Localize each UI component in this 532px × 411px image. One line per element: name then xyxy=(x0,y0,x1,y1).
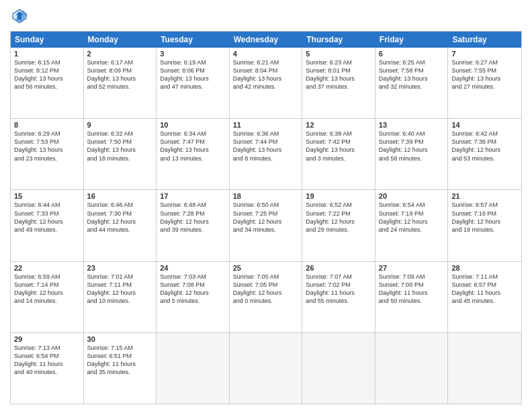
day-number: 3 xyxy=(160,50,226,58)
cell-text: Sunrise: 6:15 AMSunset: 8:12 PMDaylight:… xyxy=(14,58,80,91)
cell-text: Sunrise: 6:21 AMSunset: 8:04 PMDaylight:… xyxy=(233,58,299,91)
cell-text: Sunrise: 6:17 AMSunset: 8:09 PMDaylight:… xyxy=(87,58,153,91)
day-number: 15 xyxy=(14,192,80,200)
cell-text: Sunrise: 6:50 AMSunset: 7:25 PMDaylight:… xyxy=(233,201,299,234)
day-number: 27 xyxy=(379,264,445,272)
day-number: 2 xyxy=(87,50,153,58)
table-row: 30Sunrise: 7:15 AMSunset: 6:51 PMDayligh… xyxy=(84,333,157,404)
table-row: 1Sunrise: 6:15 AMSunset: 8:12 PMDaylight… xyxy=(11,48,84,118)
logo-icon xyxy=(10,7,29,26)
cell-text: Sunrise: 6:34 AMSunset: 7:47 PMDaylight:… xyxy=(160,130,226,163)
day-number: 11 xyxy=(233,121,299,129)
cell-text: Sunrise: 7:03 AMSunset: 7:08 PMDaylight:… xyxy=(160,273,226,306)
day-number: 12 xyxy=(306,121,371,129)
table-row: 4Sunrise: 6:21 AMSunset: 8:04 PMDaylight… xyxy=(230,48,303,118)
cell-text: Sunrise: 6:59 AMSunset: 7:14 PMDaylight:… xyxy=(14,273,80,306)
cell-text: Sunrise: 6:48 AMSunset: 7:28 PMDaylight:… xyxy=(160,201,226,234)
day-number: 21 xyxy=(451,192,518,200)
cell-text: Sunrise: 7:09 AMSunset: 7:00 PMDaylight:… xyxy=(379,273,445,306)
table-row: 10Sunrise: 6:34 AMSunset: 7:47 PMDayligh… xyxy=(157,119,230,189)
table-row: 14Sunrise: 6:42 AMSunset: 7:36 PMDayligh… xyxy=(448,119,521,189)
cell-text: Sunrise: 6:23 AMSunset: 8:01 PMDaylight:… xyxy=(306,58,371,91)
cal-header-friday: Friday xyxy=(375,32,449,48)
cal-header-sunday: Sunday xyxy=(11,32,84,48)
cell-text: Sunrise: 6:54 AMSunset: 7:19 PMDaylight:… xyxy=(379,201,445,234)
cal-week-3: 22Sunrise: 6:59 AMSunset: 7:14 PMDayligh… xyxy=(11,261,521,332)
table-row xyxy=(375,333,449,404)
table-row: 25Sunrise: 7:05 AMSunset: 7:05 PMDayligh… xyxy=(230,262,303,332)
day-number: 1 xyxy=(14,50,80,58)
day-number: 14 xyxy=(451,121,518,129)
cell-text: Sunrise: 7:07 AMSunset: 7:02 PMDaylight:… xyxy=(306,273,371,306)
cal-week-4: 29Sunrise: 7:13 AMSunset: 6:54 PMDayligh… xyxy=(11,332,521,404)
cell-text: Sunrise: 6:57 AMSunset: 7:16 PMDaylight:… xyxy=(451,201,518,234)
day-number: 30 xyxy=(87,335,153,343)
day-number: 10 xyxy=(160,121,226,129)
cal-week-0: 1Sunrise: 6:15 AMSunset: 8:12 PMDaylight… xyxy=(11,48,521,118)
day-number: 7 xyxy=(451,50,518,58)
cell-text: Sunrise: 7:15 AMSunset: 6:51 PMDaylight:… xyxy=(87,344,153,377)
table-row: 29Sunrise: 7:13 AMSunset: 6:54 PMDayligh… xyxy=(11,333,84,404)
day-number: 28 xyxy=(451,264,518,272)
cell-text: Sunrise: 6:52 AMSunset: 7:22 PMDaylight:… xyxy=(306,201,371,234)
cell-text: Sunrise: 6:46 AMSunset: 7:30 PMDaylight:… xyxy=(87,201,153,234)
cell-text: Sunrise: 7:13 AMSunset: 6:54 PMDaylight:… xyxy=(14,344,80,377)
table-row xyxy=(448,333,521,404)
day-number: 26 xyxy=(306,264,371,272)
table-row: 3Sunrise: 6:19 AMSunset: 8:06 PMDaylight… xyxy=(157,48,230,118)
header xyxy=(10,7,522,26)
day-number: 8 xyxy=(14,121,80,129)
cell-text: Sunrise: 6:36 AMSunset: 7:44 PMDaylight:… xyxy=(233,130,299,163)
table-row: 19Sunrise: 6:52 AMSunset: 7:22 PMDayligh… xyxy=(302,190,375,261)
day-number: 20 xyxy=(379,192,445,200)
day-number: 17 xyxy=(160,192,226,200)
cell-text: Sunrise: 6:38 AMSunset: 7:42 PMDaylight:… xyxy=(306,130,371,163)
table-row: 12Sunrise: 6:38 AMSunset: 7:42 PMDayligh… xyxy=(302,119,375,189)
cell-text: Sunrise: 6:25 AMSunset: 7:58 PMDaylight:… xyxy=(379,58,445,91)
logo xyxy=(10,7,32,26)
day-number: 19 xyxy=(306,192,371,200)
cell-text: Sunrise: 7:05 AMSunset: 7:05 PMDaylight:… xyxy=(233,273,299,306)
day-number: 4 xyxy=(233,50,299,58)
table-row: 27Sunrise: 7:09 AMSunset: 7:00 PMDayligh… xyxy=(375,262,449,332)
table-row: 22Sunrise: 6:59 AMSunset: 7:14 PMDayligh… xyxy=(11,262,84,332)
day-number: 13 xyxy=(379,121,445,129)
day-number: 18 xyxy=(233,192,299,200)
day-number: 22 xyxy=(14,264,80,272)
page: SundayMondayTuesdayWednesdayThursdayFrid… xyxy=(0,0,532,411)
cal-header-thursday: Thursday xyxy=(302,32,375,48)
table-row xyxy=(230,333,303,404)
cal-header-monday: Monday xyxy=(84,32,157,48)
cell-text: Sunrise: 6:40 AMSunset: 7:39 PMDaylight:… xyxy=(379,130,445,163)
table-row: 20Sunrise: 6:54 AMSunset: 7:19 PMDayligh… xyxy=(375,190,449,261)
table-row: 26Sunrise: 7:07 AMSunset: 7:02 PMDayligh… xyxy=(302,262,375,332)
calendar: SundayMondayTuesdayWednesdayThursdayFrid… xyxy=(10,31,522,404)
cal-week-2: 15Sunrise: 6:44 AMSunset: 7:33 PMDayligh… xyxy=(11,189,521,261)
cal-header-tuesday: Tuesday xyxy=(157,32,230,48)
table-row: 28Sunrise: 7:11 AMSunset: 6:57 PMDayligh… xyxy=(448,262,521,332)
cell-text: Sunrise: 7:11 AMSunset: 6:57 PMDaylight:… xyxy=(451,273,518,306)
table-row: 13Sunrise: 6:40 AMSunset: 7:39 PMDayligh… xyxy=(375,119,449,189)
cal-header-wednesday: Wednesday xyxy=(230,32,303,48)
day-number: 24 xyxy=(160,264,226,272)
calendar-header-row: SundayMondayTuesdayWednesdayThursdayFrid… xyxy=(11,32,521,48)
table-row xyxy=(302,333,375,404)
table-row: 24Sunrise: 7:03 AMSunset: 7:08 PMDayligh… xyxy=(157,262,230,332)
table-row: 8Sunrise: 6:29 AMSunset: 7:53 PMDaylight… xyxy=(11,119,84,189)
table-row: 7Sunrise: 6:27 AMSunset: 7:55 PMDaylight… xyxy=(448,48,521,118)
calendar-body: 1Sunrise: 6:15 AMSunset: 8:12 PMDaylight… xyxy=(11,48,521,404)
cell-text: Sunrise: 6:32 AMSunset: 7:50 PMDaylight:… xyxy=(87,130,153,163)
table-row: 23Sunrise: 7:01 AMSunset: 7:11 PMDayligh… xyxy=(84,262,157,332)
day-number: 23 xyxy=(87,264,153,272)
cell-text: Sunrise: 6:44 AMSunset: 7:33 PMDaylight:… xyxy=(14,201,80,234)
table-row: 21Sunrise: 6:57 AMSunset: 7:16 PMDayligh… xyxy=(448,190,521,261)
cell-text: Sunrise: 7:01 AMSunset: 7:11 PMDaylight:… xyxy=(87,273,153,306)
cell-text: Sunrise: 6:27 AMSunset: 7:55 PMDaylight:… xyxy=(451,58,518,91)
table-row: 17Sunrise: 6:48 AMSunset: 7:28 PMDayligh… xyxy=(157,190,230,261)
day-number: 25 xyxy=(233,264,299,272)
table-row: 6Sunrise: 6:25 AMSunset: 7:58 PMDaylight… xyxy=(375,48,449,118)
table-row: 18Sunrise: 6:50 AMSunset: 7:25 PMDayligh… xyxy=(230,190,303,261)
cell-text: Sunrise: 6:42 AMSunset: 7:36 PMDaylight:… xyxy=(451,130,518,163)
cell-text: Sunrise: 6:29 AMSunset: 7:53 PMDaylight:… xyxy=(14,130,80,163)
day-number: 16 xyxy=(87,192,153,200)
